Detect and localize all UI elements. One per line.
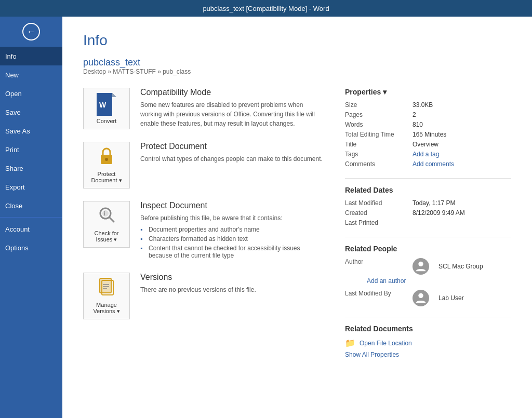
versions-content: Versions There are no previous versions … bbox=[140, 273, 256, 294]
property-row: Pages2 bbox=[345, 111, 511, 118]
protect-section: Protect Document ▾ Protect Document Cont… bbox=[83, 142, 324, 188]
protect-description: Control what types of changes people can… bbox=[140, 154, 323, 164]
last-modified-avatar bbox=[413, 290, 429, 306]
sidebar-nav: InfoNewOpenSaveSave AsPrintShareExportCl… bbox=[0, 47, 62, 257]
document-name[interactable]: pubclass_text bbox=[83, 57, 140, 68]
convert-icon-label: Convert bbox=[97, 118, 117, 124]
property-value[interactable]: Add comments bbox=[413, 160, 454, 168]
svg-text:W: W bbox=[99, 101, 107, 109]
title-bar: pubclass_text [Compatibility Mode] - Wor… bbox=[0, 0, 532, 17]
date-row: Created8/12/2009 9:49 AM bbox=[345, 209, 511, 217]
property-value: 810 bbox=[413, 121, 423, 128]
related-people-title: Related People bbox=[345, 245, 511, 253]
convert-button[interactable]: W Convert bbox=[83, 88, 130, 129]
inspect-button[interactable]: i Check for Issues ▾ bbox=[83, 201, 130, 248]
back-arrow-icon: ← bbox=[22, 23, 40, 41]
property-label: Title bbox=[345, 141, 413, 148]
convert-content: Compatibility Mode Some new features are… bbox=[140, 88, 324, 128]
author-avatar bbox=[413, 258, 429, 275]
property-value: 165 Minutes bbox=[413, 131, 446, 138]
property-value[interactable]: Add a tag bbox=[413, 151, 439, 158]
date-row: Last Printed bbox=[345, 219, 511, 226]
convert-description: Some new features are disabled to preven… bbox=[140, 100, 324, 128]
divider-3 bbox=[345, 317, 511, 317]
property-label: Comments bbox=[345, 160, 413, 168]
main-content: Info pubclass_text Desktop » MATTS-STUFF… bbox=[62, 17, 532, 418]
versions-section: Manage Versions ▾ Versions There are no … bbox=[83, 273, 324, 319]
properties-rows: Size33.0KBPages2Words810Total Editing Ti… bbox=[345, 101, 511, 168]
last-modified-info: Lab User bbox=[413, 290, 464, 306]
author-label: Author bbox=[345, 258, 413, 275]
last-modified-by-label: Last Modified By bbox=[345, 290, 413, 306]
inspect-icon-label: Check for Issues ▾ bbox=[88, 230, 125, 243]
convert-title: Compatibility Mode bbox=[140, 88, 324, 97]
add-author-link[interactable]: Add an author bbox=[367, 277, 511, 285]
sidebar-item-export[interactable]: Export bbox=[0, 178, 62, 196]
divider-1 bbox=[345, 178, 511, 179]
protect-title: Protect Document bbox=[140, 142, 323, 151]
sidebar-divider bbox=[0, 217, 62, 218]
left-panel: W Convert Compatibility Mode Some new fe… bbox=[83, 88, 345, 369]
inspect-intro: Before publishing this file, be aware th… bbox=[140, 213, 324, 223]
protect-icon-label: Protect Document ▾ bbox=[88, 171, 125, 184]
related-docs-title: Related Documents bbox=[345, 325, 511, 333]
related-docs-section: Related Documents 📁 Open File Location S… bbox=[345, 325, 511, 358]
svg-marker-2 bbox=[112, 93, 116, 97]
breadcrumb: Desktop » MATTS-STUFF » pub_class bbox=[83, 68, 511, 75]
protect-content: Protect Document Control what types of c… bbox=[140, 142, 323, 164]
property-label: Words bbox=[345, 121, 413, 128]
right-panel: Properties ▾ Size33.0KBPages2Words810Tot… bbox=[345, 88, 511, 369]
sidebar-item-close[interactable]: Close bbox=[0, 196, 62, 215]
inspect-section: i Check for Issues ▾ Inspect Document Be… bbox=[83, 201, 324, 260]
svg-point-7 bbox=[102, 210, 109, 217]
date-value: Today, 1:17 PM bbox=[413, 199, 456, 207]
show-all-properties-link[interactable]: Show All Properties bbox=[345, 351, 511, 358]
related-dates-title: Related Dates bbox=[345, 186, 511, 194]
versions-icon bbox=[98, 277, 115, 300]
convert-section: W Convert Compatibility Mode Some new fe… bbox=[83, 88, 324, 129]
svg-point-16 bbox=[418, 262, 423, 266]
inspect-list-item: Content that cannot be checked for acces… bbox=[140, 244, 324, 260]
property-label: Size bbox=[345, 101, 413, 109]
property-row: CommentsAdd comments bbox=[345, 160, 511, 168]
related-dates-rows: Last ModifiedToday, 1:17 PMCreated8/12/2… bbox=[345, 199, 511, 226]
sidebar-item-save[interactable]: Save bbox=[0, 103, 62, 122]
sidebar-item-saveas[interactable]: Save As bbox=[0, 122, 62, 140]
person-icon-2 bbox=[414, 291, 428, 305]
title-bar-text: pubclass_text [Compatibility Mode] - Wor… bbox=[203, 5, 329, 12]
folder-icon: 📁 bbox=[345, 338, 355, 348]
sidebar-item-print[interactable]: Print bbox=[0, 140, 62, 159]
last-modified-name: Lab User bbox=[438, 294, 464, 302]
sidebar-item-new[interactable]: New bbox=[0, 65, 62, 84]
versions-description: There are no previous versions of this f… bbox=[140, 285, 256, 294]
date-row: Last ModifiedToday, 1:17 PM bbox=[345, 199, 511, 207]
related-dates-section: Related Dates Last ModifiedToday, 1:17 P… bbox=[345, 186, 511, 226]
sidebar-item-options[interactable]: Options bbox=[0, 238, 62, 257]
property-value: 2 bbox=[413, 111, 416, 118]
property-row: TagsAdd a tag bbox=[345, 151, 511, 158]
last-modified-by-row: Last Modified By Lab User bbox=[345, 290, 511, 306]
open-file-location-link[interactable]: 📁 Open File Location bbox=[345, 338, 511, 348]
property-row: Words810 bbox=[345, 121, 511, 128]
author-info: SCL Mac Group bbox=[413, 258, 483, 275]
property-value: 33.0KB bbox=[413, 101, 433, 109]
versions-icon-label: Manage Versions ▾ bbox=[88, 302, 125, 315]
date-label: Created bbox=[345, 209, 413, 217]
author-name: SCL Mac Group bbox=[438, 263, 483, 270]
versions-button[interactable]: Manage Versions ▾ bbox=[83, 273, 130, 319]
back-button[interactable]: ← bbox=[0, 17, 62, 47]
divider-2 bbox=[345, 237, 511, 237]
sidebar-item-share[interactable]: Share bbox=[0, 159, 62, 178]
sidebar-item-account[interactable]: Account bbox=[0, 220, 62, 238]
protect-button[interactable]: Protect Document ▾ bbox=[83, 142, 130, 188]
person-icon bbox=[414, 259, 428, 274]
sidebar-item-info[interactable]: Info bbox=[0, 47, 62, 65]
property-row: Size33.0KB bbox=[345, 101, 511, 109]
date-value: 8/12/2009 9:49 AM bbox=[413, 209, 465, 217]
content-layout: W Convert Compatibility Mode Some new fe… bbox=[83, 88, 511, 369]
sidebar-item-open[interactable]: Open bbox=[0, 84, 62, 103]
svg-line-9 bbox=[110, 218, 114, 222]
related-people-section: Related People Author SCL Mac Group bbox=[345, 245, 511, 306]
properties-title: Properties ▾ bbox=[345, 88, 511, 96]
property-label: Pages bbox=[345, 111, 413, 118]
